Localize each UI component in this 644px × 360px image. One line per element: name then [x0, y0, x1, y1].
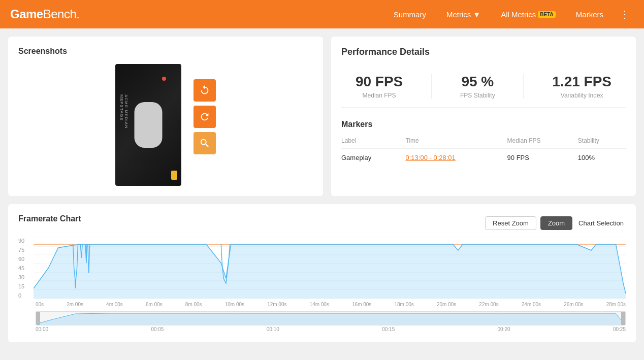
col-median-fps: Median FPS [507, 135, 578, 149]
chart-selection-button[interactable]: Chart Selection [576, 217, 626, 230]
y-label-90: 90 [18, 238, 31, 244]
nav-markers[interactable]: Markers [568, 6, 611, 23]
svg-marker-9 [34, 244, 626, 299]
chart-panel: Framerate Chart Reset Zoom Zoom Chart Se… [8, 204, 636, 342]
x-label-0: 00s [36, 302, 44, 307]
screenshot-image: ACME MEDIAN MEPSTAGE [115, 64, 181, 186]
mini-chart-container[interactable] [36, 311, 626, 325]
nav-summary[interactable]: Summary [385, 6, 434, 23]
y-axis-labels: 90 75 60 45 30 15 0 [18, 238, 34, 299]
markers-header-row: Label Time Median FPS Stability [341, 135, 626, 149]
col-label: Label [341, 135, 406, 149]
chart-controls: Reset Zoom Zoom Chart Selection [485, 216, 626, 230]
x-label-4: 4m 00s [106, 302, 123, 307]
perf-metric-variability: 1.21 FPS Variability Index [552, 74, 611, 99]
mini-chart-svg [36, 312, 625, 325]
reset-zoom-button[interactable]: Reset Zoom [485, 216, 536, 230]
chart-svg-container [34, 238, 626, 301]
perf-title: Performance Details [341, 47, 626, 57]
marker-median-fps: 90 FPS [507, 149, 578, 167]
svg-marker-10 [36, 313, 625, 325]
more-options-icon[interactable]: ⋮ [616, 4, 634, 24]
refresh-button[interactable] [194, 106, 216, 128]
mini-chart-right-handle[interactable] [621, 312, 625, 325]
screenshot-pill [135, 102, 163, 148]
main-content: Screenshots ACME MEDIAN MEPSTAGE [0, 28, 644, 350]
marker-stability: 100% [578, 149, 626, 167]
x-label-20: 20m 00s [437, 302, 456, 307]
logo: GameBench. [10, 7, 79, 21]
screenshot-buttons [194, 79, 216, 154]
markers-thead: Label Time Median FPS Stability [341, 135, 626, 149]
chart-svg [34, 238, 626, 299]
refresh-icon [199, 111, 210, 122]
x-label-22: 22m 00s [479, 302, 498, 307]
x-label-8: 8m 00s [185, 302, 202, 307]
x-label-2: 2m 00s [67, 302, 83, 307]
markers-tbody: Gameplay 0:13:00 - 0:28:01 90 FPS 100% [341, 149, 626, 167]
perf-value-stability: 95 % [460, 74, 495, 90]
mini-label-0: 00:00 [36, 326, 48, 332]
x-label-12: 12m 00s [267, 302, 286, 307]
rotate-button[interactable] [194, 79, 216, 102]
nav-metrics[interactable]: Metrics ▼ [438, 6, 489, 23]
chart-title: Framerate Chart [18, 214, 81, 223]
screenshot-text: ACME MEDIAN MEPSTAGE [119, 94, 128, 155]
perf-value-fps: 90 FPS [356, 74, 403, 90]
x-label-26: 26m 00s [564, 302, 583, 307]
x-label-18: 18m 00s [394, 302, 413, 307]
y-label-15: 15 [18, 283, 31, 289]
perf-metrics: 90 FPS Median FPS 95 % FPS Stability 1.2… [341, 66, 626, 108]
y-label-45: 45 [18, 265, 31, 271]
rotate-icon [199, 85, 210, 96]
marker-time[interactable]: 0:13:00 - 0:28:01 [406, 149, 507, 167]
table-row: Gameplay 0:13:00 - 0:28:01 90 FPS 100% [341, 149, 626, 167]
mini-label-20: 00:20 [498, 326, 510, 332]
x-label-24: 24m 00s [522, 302, 541, 307]
x-label-14: 14m 00s [310, 302, 329, 307]
nav-all-metrics-label: All Metrics [501, 10, 536, 19]
screenshot-dot [162, 77, 166, 81]
search-button[interactable] [194, 132, 216, 154]
markers-section: Markers Label Time Median FPS Stability … [341, 116, 626, 167]
divider-2 [523, 74, 524, 99]
marker-time-link[interactable]: 0:13:00 - 0:28:01 [406, 154, 456, 161]
perf-label-variability: Variability Index [552, 92, 611, 99]
col-time: Time [406, 135, 507, 149]
beta-badge: BETA [538, 11, 555, 18]
x-label-16: 16m 00s [352, 302, 371, 307]
chart-header: Framerate Chart Reset Zoom Zoom Chart Se… [18, 214, 626, 232]
screenshots-panel: Screenshots ACME MEDIAN MEPSTAGE [8, 37, 323, 196]
perf-label-fps: Median FPS [356, 92, 403, 99]
markers-title: Markers [341, 120, 626, 129]
search-icon [199, 138, 210, 149]
perf-metric-stability: 95 % FPS Stability [460, 74, 495, 99]
screenshot-bar [171, 171, 177, 180]
y-label-0: 0 [18, 292, 31, 299]
nav: Summary Metrics ▼ All Metrics BETA Marke… [385, 4, 634, 24]
y-label-30: 30 [18, 274, 31, 280]
perf-metric-fps: 90 FPS Median FPS [356, 74, 403, 99]
screenshots-content: ACME MEDIAN MEPSTAGE [18, 64, 313, 186]
col-stability: Stability [578, 135, 626, 149]
y-label-60: 60 [18, 256, 31, 262]
header: GameBench. Summary Metrics ▼ All Metrics… [0, 0, 644, 28]
logo-game: Game [10, 7, 43, 21]
mini-chart-left-handle[interactable] [36, 312, 40, 325]
marker-label: Gameplay [341, 149, 406, 167]
logo-bench: Bench [43, 7, 77, 21]
perf-label-stability: FPS Stability [460, 92, 495, 99]
nav-metrics-label: Metrics [446, 10, 471, 19]
mini-label-15: 00:15 [382, 326, 395, 332]
nav-all-metrics[interactable]: All Metrics BETA [493, 6, 564, 23]
mini-label-25: 00:25 [613, 326, 626, 332]
x-label-28: 28m 00s [606, 302, 626, 307]
y-label-75: 75 [18, 247, 31, 253]
x-axis-labels: 00s 2m 00s 4m 00s 6m 00s 8m 00s 10m 00s … [36, 302, 626, 307]
mini-chart-row [18, 311, 626, 325]
screenshots-title: Screenshots [18, 47, 313, 56]
zoom-button[interactable]: Zoom [540, 216, 572, 230]
chart-area: 90 75 60 45 30 15 0 [18, 238, 626, 332]
mini-label-10: 00:10 [267, 326, 279, 332]
chevron-down-icon: ▼ [473, 10, 480, 19]
